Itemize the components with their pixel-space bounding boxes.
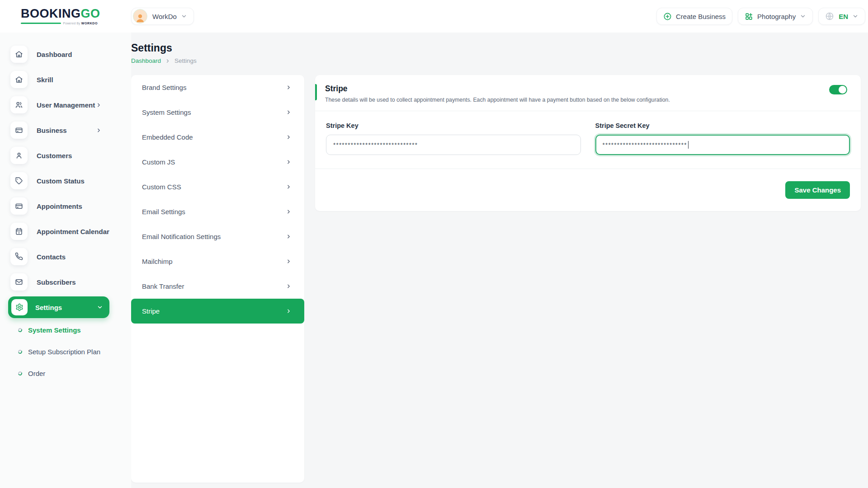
logo-go: GO [81,7,100,20]
sidebar: Dashboard Skrill User Management Busines… [0,33,131,488]
settings-menu: Brand Settings System Settings Embedded … [131,75,304,483]
powered-by-text: Powered By [63,22,80,25]
sidebar-item-customers[interactable]: Customers [0,143,131,168]
chevron-right-icon [286,209,292,215]
stripe-panel-footer: Save Changes [315,169,861,211]
settings-menu-item-bank-transfer[interactable]: Bank Transfer [131,274,304,299]
stripe-secret-key-label: Stripe Secret Key [595,122,850,129]
chevron-down-icon [800,13,806,19]
tag-icon [10,172,28,189]
main-content: Settings Dashboard Settings Brand Settin… [131,33,868,488]
stripe-panel-body: Stripe Key *****************************… [315,111,861,169]
sidebar-subitem-system-settings[interactable]: System Settings [0,319,131,341]
chevron-down-icon [181,13,187,19]
chevron-right-icon [96,127,102,133]
sidebar-item-appointment-calendar[interactable]: Appointment Calendar [0,219,131,244]
category-grid-icon [745,12,753,21]
business-selector[interactable]: Photography [738,8,813,25]
credit-card-icon [10,197,28,215]
globe-icon [825,12,834,21]
sidebar-item-dashboard[interactable]: Dashboard [0,42,131,67]
settings-menu-item-system-settings[interactable]: System Settings [131,100,304,125]
chevron-right-icon [96,102,102,108]
chevron-right-icon [286,159,292,165]
sidebar-subitem-order[interactable]: Order [0,362,131,384]
settings-menu-item-custom-css[interactable]: Custom CSS [131,174,304,199]
breadcrumb-current: Settings [175,57,197,64]
sidebar-item-appointments[interactable]: Appointments [0,193,131,219]
stripe-enabled-toggle[interactable] [829,85,847,94]
stripe-panel-description: These details will be used to collect ap… [325,97,850,103]
chevron-down-icon [97,304,103,310]
text-caret [688,141,689,149]
person-icon [134,12,146,23]
settings-menu-item-mailchimp[interactable]: Mailchimp [131,249,304,274]
mail-icon [10,273,28,291]
stripe-panel-header: Stripe These details will be used to col… [315,75,861,111]
user-icon [10,147,28,164]
workdo-brand-text: WORKDO [81,22,98,25]
settings-menu-item-custom-js[interactable]: Custom JS [131,150,304,174]
stripe-panel-title: Stripe [325,84,850,94]
settings-menu-item-email-notification-settings[interactable]: Email Notification Settings [131,224,304,249]
sidebar-item-contacts[interactable]: Contacts [0,244,131,269]
create-business-button[interactable]: Create Business [656,8,732,25]
sidebar-item-business[interactable]: Business [0,117,131,143]
app-logo[interactable]: BOOKINGGO Powered By WORKDO [0,8,131,25]
create-business-label: Create Business [676,13,726,20]
settings-menu-item-email-settings[interactable]: Email Settings [131,199,304,224]
business-selector-label: Photography [757,13,796,20]
home-icon [10,46,28,63]
bullet-icon [18,371,23,376]
chevron-right-icon [286,283,292,289]
sidebar-item-user-management[interactable]: User Management [0,92,131,117]
chevron-right-icon [286,84,292,90]
chevron-down-icon [852,13,859,19]
breadcrumb: Dashboard Settings [131,57,861,64]
stripe-secret-key-input[interactable]: ***************************** [595,135,850,155]
page-title: Settings [131,42,861,54]
home-icon [10,71,28,88]
settings-menu-item-brand-settings[interactable]: Brand Settings [131,75,304,100]
stripe-key-field: Stripe Key ***************************** [326,122,581,155]
stripe-key-label: Stripe Key [326,122,581,129]
logo-underline [21,23,61,24]
bullet-icon [18,327,23,333]
breadcrumb-dashboard-link[interactable]: Dashboard [131,57,161,64]
plus-circle-icon [663,12,672,21]
chevron-right-icon [286,258,292,264]
bullet-icon [18,349,23,354]
stripe-panel: Stripe These details will be used to col… [315,75,861,211]
credit-card-icon [10,122,28,139]
chevron-right-icon [286,308,292,314]
workspace-name: WorkDo [152,13,177,20]
toggle-knob [839,86,846,94]
calendar-icon [10,223,28,240]
logo-tagline: Powered By WORKDO [21,22,98,25]
language-label: EN [839,13,848,20]
chevron-right-icon [165,58,170,64]
sidebar-subitem-setup-subscription-plan[interactable]: Setup Subscription Plan [0,341,131,362]
sidebar-item-settings[interactable]: Settings [8,296,109,318]
sidebar-item-custom-status[interactable]: Custom Status [0,168,131,193]
settings-menu-item-stripe[interactable]: Stripe [131,299,304,324]
workspace-switcher[interactable]: WorkDo [131,8,194,25]
gear-icon [11,299,28,315]
stripe-secret-key-field: Stripe Secret Key **********************… [595,122,850,155]
language-selector[interactable]: EN [818,8,865,25]
logo-booking: BOOKING [21,7,81,20]
chevron-right-icon [286,184,292,190]
chevron-right-icon [286,109,292,115]
top-header: BOOKINGGO Powered By WORKDO WorkDo Creat… [0,0,868,33]
avatar [133,9,147,23]
chevron-right-icon [286,134,292,140]
logo-text: BOOKINGGO [21,8,131,20]
stripe-key-input[interactable]: ***************************** [326,135,581,155]
accent-bar [315,84,317,100]
chevron-right-icon [286,234,292,239]
save-changes-button[interactable]: Save Changes [785,181,850,199]
sidebar-item-subscribers[interactable]: Subscribers [0,269,131,295]
settings-menu-item-embedded-code[interactable]: Embedded Code [131,125,304,150]
phone-icon [10,248,28,265]
sidebar-item-skrill[interactable]: Skrill [0,67,131,92]
